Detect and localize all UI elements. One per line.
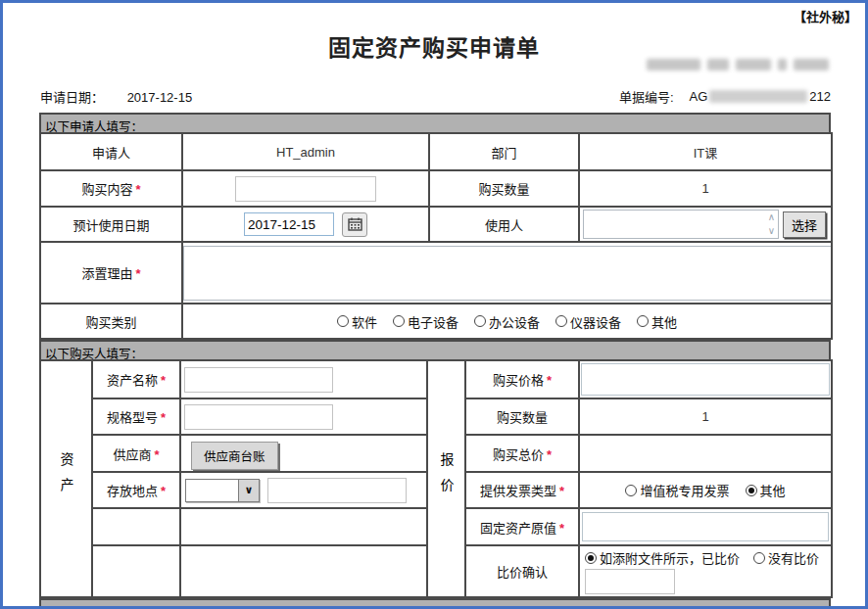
compare-options-cell: 如添附文件所示，已比价 没有比价 (579, 545, 832, 597)
radio-icon[interactable] (337, 315, 349, 327)
qty-value: 1 (701, 181, 708, 196)
required-marker: * (547, 373, 552, 388)
qty-label: 购买数量 (478, 182, 529, 197)
select-user-button[interactable]: 选择 (783, 211, 826, 238)
radio-option-software[interactable]: 软件 (337, 312, 377, 331)
radio-icon[interactable] (474, 315, 486, 327)
supplier-label-cell: 供应商* (92, 435, 180, 472)
total-label-cell: 购买总价* (465, 435, 579, 472)
required-marker: * (135, 182, 140, 197)
radio-option-vat-invoice[interactable]: 增值税专用发票 (625, 481, 729, 499)
radio-icon[interactable] (746, 485, 757, 496)
dept-label: 部门 (491, 146, 516, 161)
apply-date-value: 2017-12-15 (127, 90, 193, 105)
location-input[interactable] (267, 478, 407, 503)
radio-label: 办公设备 (489, 312, 540, 331)
buy-qty-label-cell: 购买数量 (465, 398, 579, 435)
dept-value-cell: IT课 (579, 133, 832, 170)
required-marker: * (161, 373, 166, 388)
expected-date-input[interactable] (244, 212, 334, 236)
content-label-cell: 购买内容* (40, 170, 182, 207)
applicant-label: 申请人 (92, 146, 130, 161)
expected-date-label: 预计使用日期 (72, 218, 149, 233)
radio-label: 仪器设备 (570, 312, 621, 331)
empty-label-cell (92, 545, 180, 597)
dept-value: IT课 (694, 146, 718, 161)
qty-value-cell: 1 (579, 170, 832, 207)
reason-textarea[interactable]: ∧ ∨ (183, 246, 832, 301)
location-cell: ∨ (180, 472, 427, 508)
spec-model-input[interactable] (184, 404, 333, 430)
invoice-options-cell: 增值税专用发票 其他 (579, 472, 832, 508)
price-input-cell (579, 360, 832, 398)
classification-label: 【社外秘】 (794, 7, 857, 25)
section-header-buyer: 以下购买人填写： (39, 340, 831, 359)
radio-label: 软件 (352, 312, 377, 331)
reason-label: 添置理由 (81, 266, 132, 281)
category-options-cell: 软件 电子设备 办公设备 仪器设备 (182, 304, 832, 339)
apply-date-label: 申请日期： (40, 90, 104, 105)
apply-date: 申请日期： 2017-12-15 (40, 87, 192, 106)
chevron-up-icon[interactable]: ∧ (768, 213, 775, 221)
radio-icon[interactable] (637, 315, 649, 327)
table-row: 申请人 HT_admin 部门 IT课 (40, 133, 832, 170)
location-select[interactable]: ∨ (185, 479, 260, 502)
empty-content-cell (180, 545, 427, 597)
radio-option-no-compare[interactable]: 没有比价 (753, 548, 819, 567)
chevron-down-icon[interactable]: ∨ (768, 227, 775, 235)
radio-icon[interactable] (585, 552, 597, 564)
redacted-doc-number (709, 90, 807, 103)
redacted-text (647, 57, 829, 71)
original-value-label-cell: 固定资产原值* (465, 508, 579, 545)
table-row: 购买类别 软件 电子设备 办公设备 (40, 304, 832, 339)
applicant-value: HT_admin (276, 145, 335, 160)
form-window: 【社外秘】 固定资产购买申请单 申请日期： 2017-12-15 单据编号: A… (0, 0, 868, 609)
quote-group-label: 报价 (437, 452, 457, 503)
original-value-input-cell (579, 508, 832, 545)
radio-option-compared[interactable]: 如添附文件所示，已比价 (585, 548, 740, 567)
radio-option-invoice-other[interactable]: 其他 (746, 481, 786, 499)
category-label-cell: 购买类别 (40, 304, 182, 339)
compare-input[interactable] (585, 569, 675, 594)
radio-option-office[interactable]: 办公设备 (474, 312, 540, 331)
radio-icon[interactable] (393, 315, 405, 327)
category-label: 购买类别 (85, 315, 136, 330)
purchase-price-input[interactable] (581, 363, 830, 396)
radio-icon[interactable] (555, 315, 567, 327)
purchase-content-input[interactable] (235, 176, 376, 202)
user-label-cell: 使用人 (429, 207, 579, 242)
spec-input-cell (180, 398, 427, 435)
required-marker: * (559, 484, 564, 498)
doc-number-suffix: 212 (809, 89, 831, 104)
user-textarea[interactable]: ∧ ∨ (583, 210, 779, 239)
radio-icon[interactable] (625, 485, 637, 496)
radio-option-electronic[interactable]: 电子设备 (393, 312, 458, 331)
radio-icon[interactable] (753, 552, 765, 564)
asset-name-input-cell (180, 360, 427, 398)
user-label: 使用人 (485, 218, 523, 233)
required-marker: * (559, 521, 564, 536)
location-label: 存放地点 (107, 484, 158, 498)
original-value-input[interactable] (582, 512, 829, 541)
compare-label: 比价确认 (497, 565, 548, 580)
table-row: 预计使用日期 (40, 207, 832, 242)
applicant-label-cell: 申请人 (40, 133, 182, 170)
qty-label-cell: 购买数量 (429, 170, 579, 207)
expected-date-label-cell: 预计使用日期 (40, 207, 182, 242)
supplier-ledger-button[interactable]: 供应商台账 (191, 442, 278, 470)
content-input-cell (182, 170, 429, 207)
supplier-label: 供应商 (113, 447, 151, 462)
table-row: 资产 资产名称* 报价 购买价格* (40, 360, 832, 398)
required-marker: * (135, 266, 140, 281)
location-label-cell: 存放地点* (92, 472, 180, 508)
radio-label: 如添附文件所示，已比价 (600, 548, 740, 567)
radio-option-instrument[interactable]: 仪器设备 (555, 312, 621, 331)
radio-option-other[interactable]: 其他 (637, 312, 677, 331)
dropdown-arrow-icon[interactable]: ∨ (238, 480, 259, 501)
calendar-icon[interactable] (342, 212, 367, 237)
doc-number-label: 单据编号: (619, 87, 674, 106)
buy-qty-value-cell: 1 (579, 398, 832, 435)
asset-name-input[interactable] (184, 367, 333, 393)
applicant-value-cell: HT_admin (182, 133, 429, 170)
content-label: 购买内容 (81, 182, 132, 197)
